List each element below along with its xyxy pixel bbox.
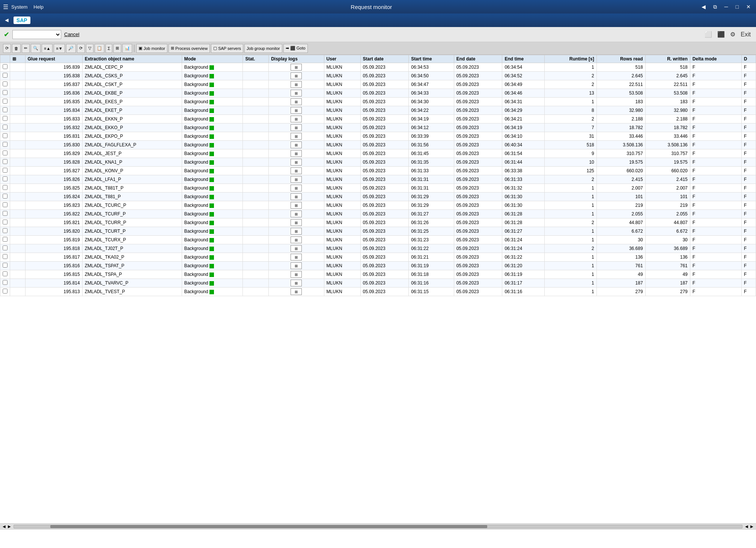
menu-help[interactable]: Help bbox=[33, 4, 44, 10]
collapse-btn[interactable]: ≡▲ bbox=[42, 44, 53, 53]
display-logs-btn[interactable]: ⊞ bbox=[291, 193, 302, 200]
row-checkbox[interactable] bbox=[0, 132, 10, 141]
window-icon-1[interactable]: ⬜ bbox=[703, 30, 714, 39]
col-header-mode[interactable]: Mode bbox=[182, 55, 243, 63]
row-display-logs[interactable]: ⊞ bbox=[269, 141, 324, 149]
expand-btn[interactable]: ≡▼ bbox=[54, 44, 65, 53]
row-checkbox[interactable] bbox=[0, 106, 10, 115]
row-checkbox[interactable] bbox=[0, 167, 10, 175]
row-display-logs[interactable]: ⊞ bbox=[269, 158, 324, 167]
restore-btn[interactable]: ◀ bbox=[699, 3, 708, 11]
maximize-btn[interactable]: □ bbox=[733, 3, 741, 11]
row-checkbox[interactable] bbox=[0, 98, 10, 106]
filter-btn[interactable]: ▽ bbox=[86, 44, 93, 53]
col-header-display-logs[interactable]: Display logs bbox=[269, 55, 324, 63]
row-display-logs[interactable]: ⊞ bbox=[269, 80, 324, 89]
display-logs-btn[interactable]: ⊞ bbox=[291, 280, 302, 286]
tab-process-overview[interactable]: ⊞ Process overview bbox=[169, 44, 210, 53]
display-logs-btn[interactable]: ⊞ bbox=[291, 150, 302, 157]
display-logs-btn[interactable]: ⊞ bbox=[291, 107, 302, 114]
display-logs-btn[interactable]: ⊞ bbox=[291, 219, 302, 226]
display-logs-btn[interactable]: ⊞ bbox=[291, 271, 302, 278]
tab-job-group-monitor[interactable]: Job group monitor bbox=[244, 44, 282, 53]
row-checkbox[interactable] bbox=[0, 193, 10, 201]
display-logs-btn[interactable]: ⊞ bbox=[291, 159, 302, 166]
row-display-logs[interactable]: ⊞ bbox=[269, 98, 324, 106]
row-display-logs[interactable]: ⊞ bbox=[269, 132, 324, 141]
search-btn[interactable]: 🔍 bbox=[31, 44, 41, 53]
row-checkbox[interactable] bbox=[0, 236, 10, 244]
display-logs-btn[interactable]: ⊞ bbox=[291, 142, 302, 148]
row-display-logs[interactable]: ⊞ bbox=[269, 244, 324, 253]
row-display-logs[interactable]: ⊞ bbox=[269, 262, 324, 270]
row-checkbox[interactable] bbox=[0, 141, 10, 149]
horizontal-scrollbar[interactable] bbox=[14, 525, 742, 528]
close-btn[interactable]: ✕ bbox=[744, 3, 753, 11]
refresh-btn[interactable]: ⟳ bbox=[3, 44, 11, 53]
row-checkbox[interactable] bbox=[0, 279, 10, 288]
display-logs-btn[interactable]: ⊞ bbox=[291, 176, 302, 183]
display-logs-btn[interactable]: ⊞ bbox=[291, 236, 302, 243]
menu-system[interactable]: System bbox=[11, 4, 27, 10]
tab-goto[interactable]: ➡ ⬛ Goto bbox=[283, 44, 308, 53]
sum-btn[interactable]: Σ bbox=[105, 44, 113, 53]
row-display-logs[interactable]: ⊞ bbox=[269, 72, 324, 80]
col-header-delta-mode[interactable]: Delta mode bbox=[690, 55, 741, 63]
window-icon-2[interactable]: ⬛ bbox=[716, 30, 726, 39]
col-header-d2[interactable]: D bbox=[741, 55, 756, 63]
display-logs-btn[interactable]: ⊞ bbox=[291, 64, 302, 71]
scroll-left-arrow[interactable]: ◀ bbox=[2, 524, 7, 528]
minimize-btn[interactable]: ─ bbox=[722, 3, 730, 11]
col-header-glue-request[interactable]: Glue request bbox=[25, 55, 82, 63]
row-display-logs[interactable]: ⊞ bbox=[269, 175, 324, 184]
row-display-logs[interactable]: ⊞ bbox=[269, 227, 324, 236]
display-logs-btn[interactable]: ⊞ bbox=[291, 133, 302, 140]
row-display-logs[interactable]: ⊞ bbox=[269, 193, 324, 201]
row-display-logs[interactable]: ⊞ bbox=[269, 236, 324, 244]
display-logs-btn[interactable]: ⊞ bbox=[291, 167, 302, 174]
row-display-logs[interactable]: ⊞ bbox=[269, 63, 324, 72]
row-display-logs[interactable]: ⊞ bbox=[269, 201, 324, 210]
request-dropdown[interactable] bbox=[12, 30, 61, 39]
row-display-logs[interactable]: ⊞ bbox=[269, 123, 324, 132]
display-logs-btn[interactable]: ⊞ bbox=[291, 124, 302, 131]
row-checkbox[interactable] bbox=[0, 210, 10, 218]
display-logs-btn[interactable]: ⊞ bbox=[291, 98, 302, 105]
row-display-logs[interactable]: ⊞ bbox=[269, 167, 324, 175]
col-header-stat[interactable]: Stat. bbox=[243, 55, 269, 63]
col-header-end-time[interactable]: End time bbox=[502, 55, 544, 63]
display-logs-btn[interactable]: ⊞ bbox=[291, 262, 302, 269]
col-header-runtime[interactable]: Runtime [s] bbox=[544, 55, 596, 63]
display-logs-btn[interactable]: ⊞ bbox=[291, 81, 302, 88]
exit-button[interactable]: Exit bbox=[739, 30, 752, 39]
col-header-start-date[interactable]: Start date bbox=[360, 55, 409, 63]
lock-btn[interactable]: ⧉ bbox=[711, 3, 719, 11]
row-checkbox[interactable] bbox=[0, 201, 10, 210]
layout-btn[interactable]: 📋 bbox=[95, 44, 104, 53]
settings-icon[interactable]: ⚙ bbox=[729, 30, 737, 39]
row-checkbox[interactable] bbox=[0, 184, 10, 193]
row-display-logs[interactable]: ⊞ bbox=[269, 115, 324, 123]
row-display-logs[interactable]: ⊞ bbox=[269, 253, 324, 262]
grid-btn[interactable]: ⊞ bbox=[113, 44, 121, 53]
tab-job-monitor[interactable]: ▣ Job monitor bbox=[136, 44, 167, 53]
row-display-logs[interactable]: ⊞ bbox=[269, 279, 324, 288]
hamburger-menu[interactable]: ☰ bbox=[3, 3, 8, 11]
row-checkbox[interactable] bbox=[0, 149, 10, 158]
display-logs-btn[interactable]: ⊞ bbox=[291, 185, 302, 191]
row-display-logs[interactable]: ⊞ bbox=[269, 288, 324, 296]
scroll-right-arrow[interactable]: ▶ bbox=[7, 524, 12, 528]
col-header-extraction-object[interactable]: Extraction object name bbox=[82, 55, 182, 63]
row-checkbox[interactable] bbox=[0, 123, 10, 132]
row-checkbox[interactable] bbox=[0, 63, 10, 72]
row-checkbox[interactable] bbox=[0, 288, 10, 296]
row-display-logs[interactable]: ⊞ bbox=[269, 270, 324, 279]
delete-btn[interactable]: 🗑 bbox=[12, 44, 21, 53]
row-checkbox[interactable] bbox=[0, 80, 10, 89]
back-button[interactable]: ◄ bbox=[4, 17, 10, 24]
row-checkbox[interactable] bbox=[0, 227, 10, 236]
row-checkbox[interactable] bbox=[0, 89, 10, 98]
display-logs-btn[interactable]: ⊞ bbox=[291, 288, 302, 295]
scroll-right-end2[interactable]: ▶ bbox=[749, 524, 754, 528]
col-header-end-date[interactable]: End date bbox=[454, 55, 502, 63]
